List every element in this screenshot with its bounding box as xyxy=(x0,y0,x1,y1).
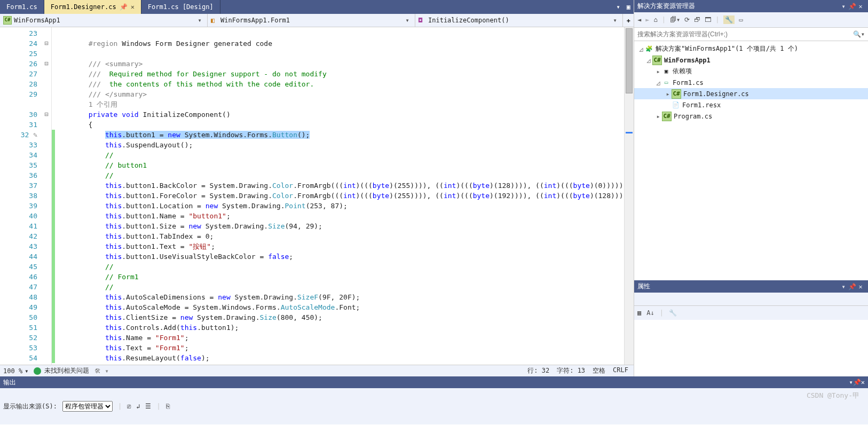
code-text[interactable]: #region Windows Form Designer generated … xyxy=(55,27,624,365)
goto-icon[interactable]: ⎘ xyxy=(166,403,170,410)
tabs-full-screen-button[interactable]: ▣ xyxy=(624,3,634,11)
tab-form1-cs[interactable]: Form1.cs xyxy=(0,0,44,14)
solution-node[interactable]: ◿ 🧩 解决方案"WinFormsApp1"(1 个项目/共 1 个) xyxy=(634,43,868,54)
output-header: 输出 ▾ 📌 ✕ xyxy=(0,376,868,388)
clear-icon[interactable]: ⎚ xyxy=(127,403,131,410)
chevron-down-icon[interactable]: ▾ xyxy=(849,379,853,386)
nav-class[interactable]: ◧ WinFormsApp1.Form1 ▾ xyxy=(208,14,415,27)
tab-form1-designer[interactable]: Form1.Designer.cs 📌 ✕ xyxy=(44,0,141,14)
panel-title: 属性 xyxy=(637,282,650,291)
dependencies-node[interactable]: ▸ ▣ 依赖项 xyxy=(634,66,868,77)
collapse-icon[interactable]: 🗖 xyxy=(705,16,711,23)
property-pages-icon[interactable]: 🔧 xyxy=(669,309,677,317)
screwdriver-icon[interactable]: 🛠 ▾ xyxy=(94,367,108,375)
properties-object-selector[interactable] xyxy=(634,293,868,306)
toggle-wrap-icon[interactable]: ↲ xyxy=(136,403,140,410)
expand-icon[interactable]: ◿ xyxy=(637,45,645,53)
forward-icon[interactable]: ► xyxy=(645,16,649,23)
properties-toolbar: ▦ A↓ | 🔧 xyxy=(634,306,868,320)
solution-search-input[interactable] xyxy=(634,30,850,38)
properties-grid[interactable] xyxy=(634,320,868,376)
chevron-down-icon[interactable]: ▾ xyxy=(839,283,848,290)
expand-icon[interactable]: ▸ xyxy=(654,68,662,75)
nav-split-button[interactable]: ✚ xyxy=(623,17,634,24)
editor-tabs: Form1.cs Form1.Designer.cs 📌 ✕ Form1.cs … xyxy=(0,0,634,14)
output-source-select[interactable]: 程序包管理器 xyxy=(62,401,113,412)
editor-status-bar: 100 % ▾ 未找到相关问题 🛠 ▾ 行: 32 字符: 13 空格 CRLF xyxy=(0,365,634,376)
close-icon[interactable]: ✕ xyxy=(856,283,865,290)
chevron-down-icon[interactable]: ▾ xyxy=(839,3,848,10)
csharp-project-icon: C# xyxy=(652,56,662,65)
tabs-overflow-button[interactable]: ▾ xyxy=(613,3,624,11)
close-icon[interactable]: ✕ xyxy=(131,3,135,11)
panel-title: 解决方案资源管理器 xyxy=(637,2,695,11)
panel-title: 输出 xyxy=(3,378,16,387)
pin-icon[interactable]: 📌 xyxy=(848,283,856,290)
csharp-file-icon: C# xyxy=(662,112,672,121)
line-ending[interactable]: CRLF xyxy=(613,366,628,375)
properties-header: 属性 ▾ 📌 ✕ xyxy=(634,280,868,293)
scroll-caret-marker xyxy=(626,132,633,133)
search-icon[interactable]: 🔍▾ xyxy=(850,30,868,38)
pin-icon[interactable]: 📌 xyxy=(848,3,856,10)
expand-icon[interactable]: ◿ xyxy=(645,57,652,64)
class-icon: ◧ xyxy=(211,17,218,24)
code-editor[interactable]: 23242526272829303132 ✎333435363738394041… xyxy=(0,27,634,365)
categorized-icon[interactable]: ▦ xyxy=(637,309,641,317)
caret-col: 字符: 13 xyxy=(557,366,585,375)
form-icon: ▭ xyxy=(662,78,670,87)
close-icon[interactable]: ✕ xyxy=(856,3,865,10)
solution-search[interactable]: 🔍▾ xyxy=(634,28,868,41)
chevron-down-icon[interactable]: ▾ xyxy=(611,17,619,24)
pin-icon[interactable]: 📌 xyxy=(853,379,861,386)
caret-line: 行: 32 xyxy=(527,366,549,375)
line-numbers: 23242526272829303132 ✎333435363738394041… xyxy=(0,27,42,365)
dependencies-icon: ▣ xyxy=(662,67,670,76)
sync-icon[interactable]: ⟳ xyxy=(684,16,690,23)
form1-node[interactable]: ◿ ▭ Form1.cs xyxy=(634,77,868,88)
home-icon[interactable]: ⌂ xyxy=(653,16,657,23)
alphabetical-icon[interactable]: A↓ xyxy=(646,309,654,317)
scroll-thumb[interactable] xyxy=(626,28,633,93)
csharp-file-icon: C# xyxy=(672,89,681,99)
tab-form1-design[interactable]: Form1.cs [Design] xyxy=(141,0,220,14)
program-file-node[interactable]: ▸ C# Program.cs xyxy=(634,111,868,122)
fold-column[interactable]: ⊟⊟⊟ xyxy=(42,27,52,365)
pin-icon[interactable]: 📌 xyxy=(120,3,128,11)
designer-file-node[interactable]: ▸ C# Form1.Designer.cs xyxy=(634,88,868,99)
filter-icon[interactable]: 🗐▾ xyxy=(670,16,680,23)
output-toolbar: 显示输出来源(S): 程序包管理器 | ⎚ ↲ ☰ | ⎘ xyxy=(0,388,868,424)
solution-explorer-toolbar: ◄ ► ⌂ | 🗐▾ ⟳ 🗗 🗖 | 🔧 ▭ xyxy=(634,12,868,28)
back-icon[interactable]: ◄ xyxy=(637,16,641,23)
close-icon[interactable]: ✕ xyxy=(861,379,865,386)
expand-icon[interactable]: ▸ xyxy=(664,90,672,98)
zoom-control[interactable]: 100 % ▾ xyxy=(3,367,28,375)
expand-icon[interactable]: ▸ xyxy=(654,113,662,120)
solution-icon: 🧩 xyxy=(645,45,653,53)
expand-icon[interactable]: ◿ xyxy=(654,79,662,86)
solution-tree[interactable]: ◿ 🧩 解决方案"WinFormsApp1"(1 个项目/共 1 个) ◿ C#… xyxy=(634,41,868,280)
issues-indicator[interactable]: 未找到相关问题 xyxy=(34,366,89,375)
chevron-down-icon[interactable]: ▾ xyxy=(195,17,204,24)
solution-explorer-header: 解决方案资源管理器 ▾ 📌 ✕ xyxy=(634,0,868,12)
find-icon[interactable]: ☰ xyxy=(145,403,151,410)
nav-project[interactable]: C# WinFormsApp1 ▾ xyxy=(0,14,208,27)
vertical-scrollbar[interactable] xyxy=(624,27,634,365)
indent-mode[interactable]: 空格 xyxy=(593,366,605,375)
resx-file-node[interactable]: 📄 Form1.resx xyxy=(634,99,868,111)
project-node[interactable]: ◿ C# WinFormsApp1 xyxy=(634,54,868,66)
show-all-icon[interactable]: 🗗 xyxy=(694,16,700,23)
csharp-icon: C# xyxy=(3,16,12,25)
nav-method[interactable]: ◘ InitializeComponent() ▾ xyxy=(415,14,623,27)
method-icon: ◘ xyxy=(419,17,426,24)
ok-icon xyxy=(34,367,41,375)
preview-icon[interactable]: ▭ xyxy=(739,16,743,23)
chevron-down-icon[interactable]: ▾ xyxy=(403,17,412,24)
properties-icon[interactable]: 🔧 xyxy=(723,15,735,24)
nav-breadcrumbs: C# WinFormsApp1 ▾ ◧ WinFormsApp1.Form1 ▾… xyxy=(0,14,634,27)
resx-icon: 📄 xyxy=(672,101,680,109)
output-source-label: 显示输出来源(S): xyxy=(3,402,57,411)
